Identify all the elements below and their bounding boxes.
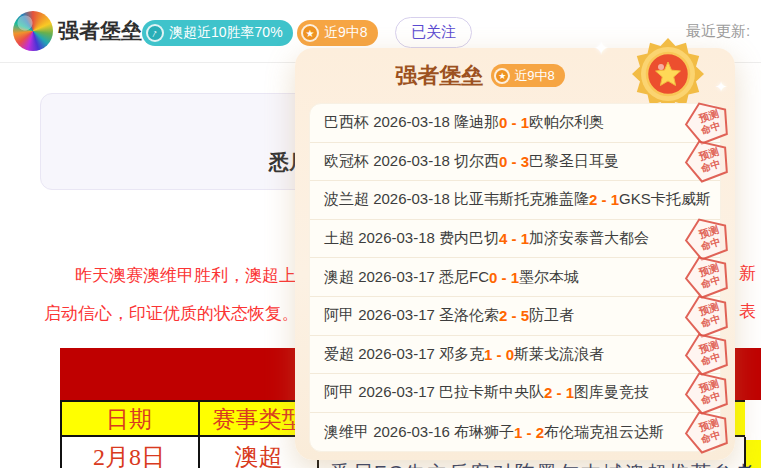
row-away-team: 加济安泰普大都会 xyxy=(529,229,649,248)
hitrate-badge: ★ 近9中8 xyxy=(297,20,378,46)
prediction-hit-stamp: 预测命中 xyxy=(684,101,732,145)
row-match-info: 澳维甲 2026-03-16 布琳狮子 xyxy=(324,423,514,442)
winrate-badge: ↑ 澳超近10胜率70% xyxy=(142,20,293,46)
prediction-row: 阿甲 2026-03-17 巴拉卡斯中央队2 - 1图库曼竞技 预测命中 xyxy=(310,374,720,413)
prediction-row: 欧冠杯 2026-03-18 切尔西0 - 3巴黎圣日耳曼 预测命中 xyxy=(310,143,720,182)
row-score: 1 - 0 xyxy=(484,346,514,363)
prediction-row: 波兰超 2026-03-18 比亚韦斯托克雅盖隆2 - 1GKS卡托威斯 xyxy=(310,181,720,220)
row-match-info: 波兰超 2026-03-18 比亚韦斯托克雅盖隆 xyxy=(324,190,589,209)
row-score: 4 - 1 xyxy=(499,230,529,247)
analysis-note-fragment1: 新 xyxy=(739,262,756,285)
analysis-note-fragment2: 表 xyxy=(739,300,756,323)
prediction-hit-stamp: 预测命中 xyxy=(684,255,732,299)
prediction-row: 巴西杯 2026-03-18 隆迪那0 - 1欧帕尔利奥 预测命中 xyxy=(310,104,720,143)
row-away-team: 防卫者 xyxy=(529,306,574,325)
row-score: 2 - 5 xyxy=(499,307,529,324)
analysis-note-line1: 昨天澳赛澳维甲胜利，澳超上 xyxy=(75,264,296,287)
row-score: 2 - 1 xyxy=(589,191,619,208)
hitrate-badge-label: 近9中8 xyxy=(324,24,368,42)
prediction-hit-stamp: 预测命中 xyxy=(684,294,732,338)
row-score: 0 - 1 xyxy=(499,114,529,131)
row-match-info: 欧冠杯 2026-03-18 切尔西 xyxy=(324,152,499,171)
row-score: 1 - 2 xyxy=(514,424,544,441)
row-away-team: 巴黎圣日耳曼 xyxy=(529,152,619,171)
followed-button[interactable]: 已关注 xyxy=(395,17,472,48)
row-match-info: 土超 2026-03-18 费内巴切 xyxy=(324,229,499,248)
star-icon: ★ xyxy=(301,24,319,42)
row-score: 0 - 1 xyxy=(489,269,519,286)
up-arrow-icon: ↑ xyxy=(146,24,164,42)
row-match-info: 巴西杯 2026-03-18 隆迪那 xyxy=(324,113,499,132)
prediction-row: 阿甲 2026-03-17 圣洛伦索2 - 5防卫者 预测命中 xyxy=(310,297,720,336)
row-away-team: 布伦瑞克祖云达斯 xyxy=(544,423,664,442)
table-header-date: 日期 xyxy=(60,404,198,435)
row-away-team: 斯莱戈流浪者 xyxy=(514,345,604,364)
prediction-row: 土超 2026-03-18 费内巴切4 - 1加济安泰普大都会 预测命中 xyxy=(310,220,720,259)
prediction-history-popup: 强者堡垒 ★ 近9中8 ✦ ✦ 巴西杯 2026-03-18 隆迪那0 - 1欧… xyxy=(295,48,735,460)
prediction-hit-stamp: 预测命中 xyxy=(684,139,732,183)
popup-hitrate-label: 近9中8 xyxy=(514,67,554,85)
row-away-team: 欧帕尔利奥 xyxy=(529,113,604,132)
prediction-hit-stamp: 预测命中 xyxy=(684,217,732,261)
table-clipped-row: 悉尼FC先主后客对阵墨尔本城澳超推荐参考 xyxy=(330,460,757,468)
row-away-team: 墨尔本城 xyxy=(519,268,579,287)
prediction-hit-stamp: 预测命中 xyxy=(684,371,732,415)
row-match-info: 爱超 2026-03-17 邓多克 xyxy=(324,345,484,364)
row-score: 0 - 3 xyxy=(499,153,529,170)
analysis-note-line2: 启动信心，印证优质的状态恢复。 xyxy=(44,302,299,325)
sparkle-icon: ✦ xyxy=(593,36,610,60)
prediction-hit-stamp: 预测命中 xyxy=(684,410,732,454)
row-match-info: 澳超 2026-03-17 悉尼FC xyxy=(324,268,489,287)
row-score: 2 - 1 xyxy=(544,384,574,401)
row-away-team: GKS卡托威斯 xyxy=(619,190,711,209)
sparkle-icon: ✦ xyxy=(715,78,728,96)
user-avatar[interactable] xyxy=(13,11,53,51)
prediction-row: 澳超 2026-03-17 悉尼FC0 - 1墨尔本城 预测命中 xyxy=(310,258,720,297)
row-match-info: 阿甲 2026-03-17 圣洛伦索 xyxy=(324,306,499,325)
prediction-row: 爱超 2026-03-17 邓多克1 - 0斯莱戈流浪者 预测命中 xyxy=(310,336,720,375)
table-cell-date: 2月8日 xyxy=(60,441,198,468)
star-icon: ★ xyxy=(494,68,510,84)
winrate-badge-label: 澳超近10胜率70% xyxy=(169,24,283,42)
row-match-info: 阿甲 2026-03-17 巴拉卡斯中央队 xyxy=(324,383,544,402)
popup-hitrate-badge: ★ 近9中8 xyxy=(491,64,564,87)
prediction-list: 巴西杯 2026-03-18 隆迪那0 - 1欧帕尔利奥 预测命中 欧冠杯 20… xyxy=(309,103,721,452)
prediction-row: 澳维甲 2026-03-16 布琳狮子1 - 2布伦瑞克祖云达斯 预测命中 xyxy=(310,413,720,452)
popup-expert-name: 强者堡垒 xyxy=(395,61,483,91)
prediction-hit-stamp: 预测命中 xyxy=(684,332,732,376)
expert-name: 强者堡垒 xyxy=(58,17,142,45)
row-away-team: 图库曼竞技 xyxy=(574,383,649,402)
